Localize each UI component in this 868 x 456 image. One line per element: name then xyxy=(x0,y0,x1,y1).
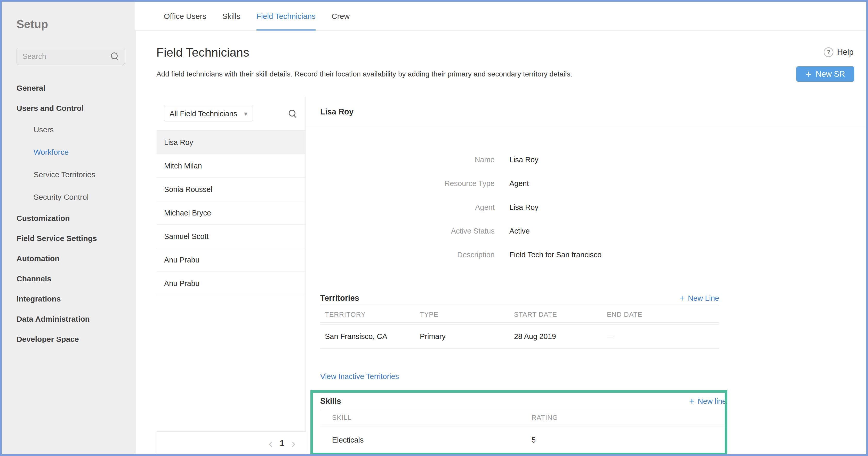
field-value: Field Tech for San francisco xyxy=(509,251,601,259)
sidebar-item-integrations[interactable]: Integrations xyxy=(2,289,135,309)
list-item-anu-prabu-2[interactable]: Anu Prabu xyxy=(157,272,305,295)
sidebar-item-service-territories[interactable]: Service Territories xyxy=(2,163,135,186)
territories-table-header: TERRITORY TYPE START DATE END DATE xyxy=(320,306,719,322)
tab-crew[interactable]: Crew xyxy=(332,2,350,30)
technician-filter-dropdown[interactable]: All Field Technicians ▾ xyxy=(164,106,253,121)
cell-skill: Electicals xyxy=(332,436,364,445)
app-window: Setup Search General Users and Control U… xyxy=(0,0,868,456)
chevron-down-icon: ▾ xyxy=(244,110,247,118)
field-active-status: Active Status Active xyxy=(320,219,601,243)
column-header-skill: SKILL xyxy=(332,414,352,422)
column-header-territory: TERRITORY xyxy=(325,311,366,318)
new-line-label: New line xyxy=(698,397,726,406)
sidebar-item-general[interactable]: General xyxy=(2,78,135,98)
detail-record-title: Lisa Roy xyxy=(320,107,353,116)
detail-fields: Name Lisa Roy Resource Type Agent Agent … xyxy=(320,148,601,267)
sidebar-item-security-control[interactable]: Security Control xyxy=(2,186,135,208)
field-agent: Agent Lisa Roy xyxy=(320,195,601,219)
sidebar-item-users[interactable]: Users xyxy=(2,118,135,141)
page-title: Field Technicians xyxy=(156,45,249,59)
territory-row[interactable]: San Fransisco, CA Primary 28 Aug 2019 — xyxy=(320,324,719,348)
sidebar-item-developer-space[interactable]: Developer Space xyxy=(2,329,135,349)
list-item-mitch-milan[interactable]: Mitch Milan xyxy=(157,154,305,178)
skill-row[interactable]: Electicals 5 xyxy=(320,427,726,450)
cell-start-date: 28 Aug 2019 xyxy=(514,332,556,341)
detail-header-divider xyxy=(306,126,866,126)
skills-highlight-box: Skills + New line SKILL RATING Electical… xyxy=(310,390,727,455)
field-label: Resource Type xyxy=(320,179,495,188)
list-item-sonia-roussel[interactable]: Sonia Roussel xyxy=(157,178,305,201)
list-item-lisa-roy[interactable]: Lisa Roy xyxy=(157,131,305,154)
help-label: Help xyxy=(837,48,854,57)
technician-list: Lisa Roy Mitch Milan Sonia Roussel Micha… xyxy=(157,131,305,295)
cell-territory: San Fransisco, CA xyxy=(325,332,387,341)
field-label: Name xyxy=(320,155,495,164)
header-underline xyxy=(320,322,719,323)
territories-section: Territories + New Line TERRITORY TYPE ST… xyxy=(320,291,719,348)
field-value: Lisa Roy xyxy=(509,155,538,164)
cell-type: Primary xyxy=(420,332,445,341)
sidebar-item-users-and-control[interactable]: Users and Control xyxy=(2,98,135,118)
page-number: 1 xyxy=(280,439,284,448)
sidebar-item-customization[interactable]: Customization xyxy=(2,208,135,228)
filter-selected-value: All Field Technicians xyxy=(169,110,237,118)
field-label: Agent xyxy=(320,203,495,211)
field-name: Name Lisa Roy xyxy=(320,148,601,172)
sidebar-search-placeholder: Search xyxy=(23,52,46,61)
list-item-samuel-scott[interactable]: Samuel Scott xyxy=(157,225,305,248)
column-header-type: TYPE xyxy=(420,311,438,318)
field-value: Agent xyxy=(509,179,529,188)
field-label: Description xyxy=(320,251,495,259)
list-item-anu-prabu-1[interactable]: Anu Prabu xyxy=(157,248,305,272)
sidebar-item-field-service-settings[interactable]: Field Service Settings xyxy=(2,228,135,249)
field-value: Active xyxy=(509,227,530,235)
new-sr-label: New SR xyxy=(816,69,845,79)
pagination-bar: ‹ 1 › xyxy=(157,431,306,455)
sidebar-item-workforce[interactable]: Workforce xyxy=(2,141,135,163)
field-description: Description Field Tech for San francisco xyxy=(320,243,601,267)
column-header-end-date: END DATE xyxy=(607,311,643,318)
list-item-michael-bryce[interactable]: Michael Bryce xyxy=(157,201,305,225)
list-search-icon[interactable] xyxy=(288,110,297,119)
skills-table-header: SKILL RATING xyxy=(320,410,726,425)
field-value: Lisa Roy xyxy=(509,203,538,211)
field-label: Active Status xyxy=(320,227,495,235)
new-line-label: New Line xyxy=(688,294,719,303)
column-header-rating: RATING xyxy=(531,414,558,422)
skills-title: Skills xyxy=(320,397,341,406)
column-header-start-date: START DATE xyxy=(514,311,557,318)
tab-skills[interactable]: Skills xyxy=(222,2,241,30)
search-icon xyxy=(288,110,297,118)
sidebar-item-data-administration[interactable]: Data Administration xyxy=(2,309,135,329)
new-sr-button[interactable]: + New SR xyxy=(796,66,854,82)
view-inactive-territories-link[interactable]: View Inactive Territories xyxy=(320,372,399,381)
search-icon xyxy=(111,52,119,60)
help-button[interactable]: ? Help xyxy=(824,47,854,57)
page-description: Add field technicians with their skill d… xyxy=(156,70,572,78)
cell-end-date: — xyxy=(607,332,614,341)
tab-field-technicians[interactable]: Field Technicians xyxy=(256,2,316,30)
question-circle-icon: ? xyxy=(824,47,833,57)
skills-section: Skills + New line SKILL RATING Electical… xyxy=(320,393,726,450)
field-resource-type: Resource Type Agent xyxy=(320,172,601,195)
territories-new-line-button[interactable]: + New Line xyxy=(679,294,719,303)
sidebar-item-automation[interactable]: Automation xyxy=(2,249,135,269)
technician-list-panel: All Field Technicians ▾ Lisa Roy Mitch M… xyxy=(157,103,306,454)
sidebar-item-channels[interactable]: Channels xyxy=(2,269,135,289)
territories-title: Territories xyxy=(320,293,359,303)
header-underline xyxy=(320,425,726,425)
workforce-tabbar: Office Users Skills Field Technicians Cr… xyxy=(135,2,866,31)
setup-nav: General Users and Control Users Workforc… xyxy=(2,78,135,349)
tab-office-users[interactable]: Office Users xyxy=(164,2,207,30)
sidebar-title: Setup xyxy=(17,18,48,31)
sidebar-search-input[interactable]: Search xyxy=(17,48,125,65)
setup-sidebar: Setup Search General Users and Control U… xyxy=(2,2,135,454)
cell-rating: 5 xyxy=(531,436,536,445)
skills-new-line-button[interactable]: + New line xyxy=(689,397,726,406)
